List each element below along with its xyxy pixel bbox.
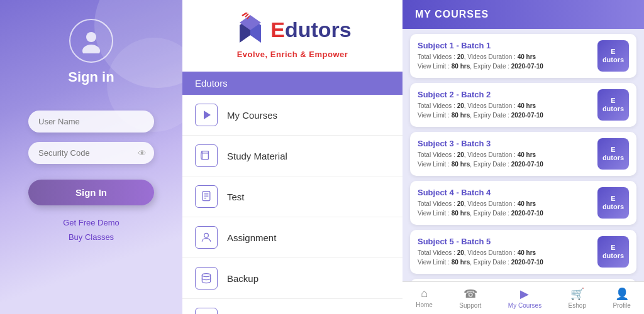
- total-videos-val-2: 20: [457, 102, 464, 109]
- username-input[interactable]: [28, 111, 154, 133]
- menu-item-assignment[interactable]: Assignment: [182, 217, 402, 258]
- svg-rect-9: [202, 151, 208, 160]
- middle-panel: Edutors Evolve, Enrich & Empower Edutors…: [182, 0, 402, 314]
- courses-nav-eshop-label: Eshop: [569, 302, 586, 309]
- menu-label-assignment: Assignment: [227, 232, 276, 243]
- course-logo-5: Edutors: [597, 236, 629, 268]
- course-info-2: Subject 2 - Batch 2 Total Videos : 20, V…: [418, 90, 591, 120]
- logo-book-icon: [233, 13, 268, 47]
- course-title-4: Subject 4 - Batch 4: [418, 188, 591, 197]
- courses-nav-profile[interactable]: 👤 Profile: [608, 286, 635, 310]
- courses-nav-support-label: Support: [459, 302, 481, 309]
- free-demo-link[interactable]: Get Free Demo: [63, 218, 119, 227]
- menu-item-my-courses[interactable]: My Courses: [182, 95, 402, 136]
- duration-val-4: 40 hrs: [518, 200, 536, 207]
- courses-nav-my-courses[interactable]: ▶ My Courses: [503, 286, 547, 310]
- course-detail-3: Total Videos : 20, Videos Duration : 40 …: [418, 150, 591, 169]
- course-info-5: Subject 5 - Batch 5 Total Videos : 20, V…: [418, 237, 591, 267]
- buy-classes-link[interactable]: Buy Classes: [69, 232, 114, 242]
- menu-label-study-material: Study Material: [227, 151, 287, 161]
- expiry-val-2: 2020-07-10: [511, 112, 543, 119]
- svg-point-0: [86, 32, 96, 42]
- svg-marker-8: [204, 111, 210, 119]
- right-panel: MY COURSES Subject 1 - Batch 1 Total Vid…: [402, 0, 644, 314]
- logo-e: E: [270, 18, 285, 42]
- menu-item-test[interactable]: Test: [182, 176, 402, 217]
- menu-item-backup[interactable]: Backup: [182, 258, 402, 299]
- courses-nav-home[interactable]: ⌂ Home: [411, 286, 438, 310]
- courses-list: Subject 1 - Batch 1 Total Videos : 20, V…: [402, 29, 644, 281]
- courses-nav-home-label: Home: [416, 301, 433, 308]
- study-material-icon: [195, 144, 218, 167]
- duration-val-5: 40 hrs: [518, 249, 536, 256]
- total-videos-val-3: 20: [457, 151, 464, 158]
- total-videos-val-1: 20: [457, 53, 464, 60]
- expiry-val-1: 2020-07-10: [511, 63, 543, 70]
- view-limit-val-3: 80 hrs: [452, 161, 470, 168]
- courses-nav-support[interactable]: ☎ Support: [454, 286, 486, 310]
- courses-nav-bar: ⌂ Home ☎ Support ▶ My Courses 🛒 Eshop 👤 …: [402, 281, 644, 314]
- security-wrapper: 👁: [28, 142, 154, 164]
- signin-panel: Sign in 👁 Sign In Get Free Demo Buy Clas…: [0, 0, 182, 314]
- courses-nav-profile-label: Profile: [613, 302, 630, 309]
- view-limit-val-5: 80 hrs: [452, 259, 470, 266]
- signin-title: Sign in: [68, 69, 114, 85]
- security-input[interactable]: [28, 142, 154, 164]
- backup-icon: [195, 267, 218, 290]
- expiry-val-4: 2020-07-10: [511, 210, 543, 217]
- course-logo-4: Edutors: [597, 187, 629, 219]
- courses-my-courses-icon: ▶: [520, 287, 529, 301]
- menu-section-header: Edutors: [182, 72, 402, 95]
- logo-container: Edutors: [233, 13, 351, 47]
- course-card-4[interactable]: Subject 4 - Batch 4 Total Videos : 20, V…: [410, 181, 636, 225]
- logo-area: Edutors Evolve, Enrich & Empower: [182, 0, 402, 72]
- course-card-3[interactable]: Subject 3 - Batch 3 Total Videos : 20, V…: [410, 132, 636, 176]
- svg-point-16: [202, 274, 210, 277]
- course-title-1: Subject 1 - Batch 1: [418, 41, 591, 50]
- course-title-2: Subject 2 - Batch 2: [418, 90, 591, 99]
- svg-point-1: [82, 45, 100, 53]
- courses-nav-eshop[interactable]: 🛒 Eshop: [564, 286, 591, 310]
- course-logo-1: Edutors: [597, 40, 629, 72]
- course-title-3: Subject 3 - Batch 3: [418, 139, 591, 148]
- courses-home-icon: ⌂: [421, 287, 428, 300]
- logo-rest: dutors: [285, 18, 352, 42]
- courses-eshop-icon: 🛒: [570, 287, 584, 301]
- menu-label-backup: Backup: [227, 273, 258, 284]
- svg-point-15: [204, 233, 209, 237]
- course-logo-2: Edutors: [597, 89, 629, 121]
- my-courses-icon: [195, 104, 218, 126]
- expiry-val-3: 2020-07-10: [511, 161, 543, 168]
- duration-val-1: 40 hrs: [518, 53, 536, 60]
- assignment-icon: [195, 226, 218, 249]
- menu-item-live[interactable]: Live: [182, 299, 402, 314]
- course-title-5: Subject 5 - Batch 5: [418, 237, 591, 246]
- menu-list: My Courses Study Material Test Assignmen…: [182, 95, 402, 314]
- signin-button[interactable]: Sign In: [28, 180, 154, 205]
- course-logo-3: Edutors: [597, 138, 629, 170]
- course-info-4: Subject 4 - Batch 4 Total Videos : 20, V…: [418, 188, 591, 218]
- avatar: [69, 19, 113, 63]
- course-info-1: Subject 1 - Batch 1 Total Videos : 20, V…: [418, 41, 591, 71]
- duration-val-2: 40 hrs: [518, 102, 536, 109]
- menu-label-my-courses: My Courses: [227, 110, 277, 121]
- course-card-2[interactable]: Subject 2 - Batch 2 Total Videos : 20, V…: [410, 83, 636, 127]
- course-card-1[interactable]: Subject 1 - Batch 1 Total Videos : 20, V…: [410, 34, 636, 78]
- logo-subtitle: Evolve, Enrich & Empower: [237, 50, 348, 59]
- course-info-3: Subject 3 - Batch 3 Total Videos : 20, V…: [418, 139, 591, 169]
- menu-item-study-material[interactable]: Study Material: [182, 136, 402, 176]
- courses-support-icon: ☎: [464, 287, 477, 301]
- total-videos-val-5: 20: [457, 249, 464, 256]
- course-card-5[interactable]: Subject 5 - Batch 5 Total Videos : 20, V…: [410, 230, 636, 274]
- total-videos-val-4: 20: [457, 200, 464, 207]
- duration-val-3: 40 hrs: [518, 151, 536, 158]
- courses-nav-my-courses-label: My Courses: [508, 302, 541, 309]
- expiry-val-5: 2020-07-10: [511, 259, 543, 266]
- courses-header: MY COURSES: [402, 0, 644, 29]
- test-icon: [195, 185, 218, 208]
- course-detail-4: Total Videos : 20, Videos Duration : 40 …: [418, 199, 591, 218]
- eye-icon: 👁: [138, 148, 147, 158]
- courses-profile-icon: 👤: [615, 287, 629, 301]
- view-limit-val-4: 80 hrs: [452, 210, 470, 217]
- view-limit-val-2: 80 hrs: [452, 112, 470, 119]
